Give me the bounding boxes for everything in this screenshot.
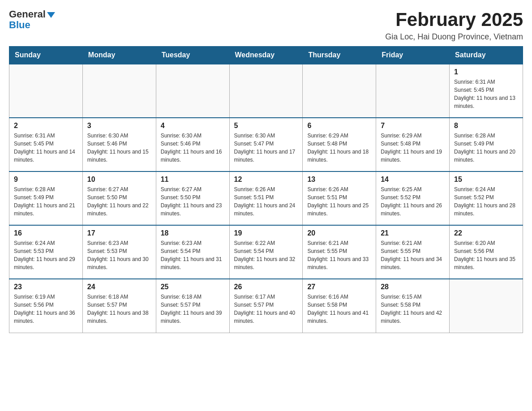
calendar-cell: 15Sunrise: 6:24 AMSunset: 5:52 PMDayligh… [450,171,523,225]
weekday-header-monday: Monday [82,47,156,64]
weekday-header-friday: Friday [376,47,450,64]
calendar-week-3: 9Sunrise: 6:28 AMSunset: 5:49 PMDaylight… [9,171,523,225]
day-number: 6 [307,122,371,130]
weekday-header-saturday: Saturday [450,47,523,64]
logo: General Blue [9,9,55,30]
weekday-header-wednesday: Wednesday [229,47,303,64]
logo-blue: Blue [9,19,30,30]
calendar-cell: 17Sunrise: 6:23 AMSunset: 5:53 PMDayligh… [82,225,156,279]
calendar-cell: 24Sunrise: 6:18 AMSunset: 5:57 PMDayligh… [82,279,156,333]
day-info: Sunrise: 6:17 AMSunset: 5:57 PMDaylight:… [234,293,298,325]
day-info: Sunrise: 6:31 AMSunset: 5:45 PMDaylight:… [454,78,518,110]
day-number: 1 [454,68,518,76]
weekday-header-tuesday: Tuesday [156,47,229,64]
day-number: 13 [307,176,371,184]
calendar-cell [82,64,156,118]
logo-general: General [9,9,46,20]
calendar-cell: 25Sunrise: 6:18 AMSunset: 5:57 PMDayligh… [156,279,229,333]
calendar-week-5: 23Sunrise: 6:19 AMSunset: 5:56 PMDayligh… [9,279,523,333]
day-info: Sunrise: 6:27 AMSunset: 5:50 PMDaylight:… [87,185,151,218]
calendar-cell: 11Sunrise: 6:27 AMSunset: 5:50 PMDayligh… [156,171,229,225]
title-section: February 2025 Gia Loc, Hai Duong Provinc… [385,9,523,42]
calendar-cell: 26Sunrise: 6:17 AMSunset: 5:57 PMDayligh… [229,279,303,333]
calendar-cell: 7Sunrise: 6:29 AMSunset: 5:48 PMDaylight… [376,118,450,171]
day-info: Sunrise: 6:20 AMSunset: 5:56 PMDaylight:… [454,239,518,271]
calendar-cell: 12Sunrise: 6:26 AMSunset: 5:51 PMDayligh… [229,171,303,225]
day-number: 15 [454,176,518,184]
calendar-cell [376,64,450,118]
day-number: 21 [381,229,445,237]
calendar-cell: 14Sunrise: 6:25 AMSunset: 5:52 PMDayligh… [376,171,450,225]
day-number: 7 [381,122,445,130]
calendar-cell [9,64,83,118]
calendar-cell: 16Sunrise: 6:24 AMSunset: 5:53 PMDayligh… [9,225,83,279]
weekday-header-thursday: Thursday [303,47,376,64]
page-header: General Blue February 2025 Gia Loc, Hai … [9,9,523,42]
day-number: 24 [87,283,151,291]
calendar-week-1: 1Sunrise: 6:31 AMSunset: 5:45 PMDaylight… [9,64,523,118]
day-number: 22 [454,229,518,237]
day-number: 26 [234,283,298,291]
calendar-cell: 28Sunrise: 6:15 AMSunset: 5:58 PMDayligh… [376,279,450,333]
day-info: Sunrise: 6:25 AMSunset: 5:52 PMDaylight:… [381,185,445,218]
day-info: Sunrise: 6:16 AMSunset: 5:58 PMDaylight:… [307,293,371,325]
calendar-cell [229,64,303,118]
calendar-cell: 6Sunrise: 6:29 AMSunset: 5:48 PMDaylight… [303,118,376,171]
day-number: 28 [381,283,445,291]
day-info: Sunrise: 6:21 AMSunset: 5:55 PMDaylight:… [307,239,371,271]
location: Gia Loc, Hai Duong Province, Vietnam [385,32,523,42]
day-info: Sunrise: 6:21 AMSunset: 5:55 PMDaylight:… [381,239,445,271]
calendar-cell: 9Sunrise: 6:28 AMSunset: 5:49 PMDaylight… [9,171,83,225]
day-number: 17 [87,229,151,237]
day-number: 9 [14,176,78,184]
day-number: 19 [234,229,298,237]
calendar-cell: 4Sunrise: 6:30 AMSunset: 5:46 PMDaylight… [156,118,229,171]
day-number: 4 [161,122,225,130]
day-info: Sunrise: 6:24 AMSunset: 5:52 PMDaylight:… [454,185,518,218]
day-info: Sunrise: 6:26 AMSunset: 5:51 PMDaylight:… [234,185,298,218]
day-number: 14 [381,176,445,184]
day-number: 16 [14,229,78,237]
day-info: Sunrise: 6:18 AMSunset: 5:57 PMDaylight:… [161,293,225,325]
day-number: 12 [234,176,298,184]
day-number: 10 [87,176,151,184]
calendar-cell: 3Sunrise: 6:30 AMSunset: 5:46 PMDaylight… [82,118,156,171]
calendar-cell: 5Sunrise: 6:30 AMSunset: 5:47 PMDaylight… [229,118,303,171]
calendar-cell: 13Sunrise: 6:26 AMSunset: 5:51 PMDayligh… [303,171,376,225]
calendar-cell [156,64,229,118]
day-info: Sunrise: 6:22 AMSunset: 5:54 PMDaylight:… [234,239,298,271]
day-info: Sunrise: 6:31 AMSunset: 5:45 PMDaylight:… [14,132,78,164]
day-info: Sunrise: 6:30 AMSunset: 5:46 PMDaylight:… [161,132,225,164]
day-number: 3 [87,122,151,130]
calendar-cell: 19Sunrise: 6:22 AMSunset: 5:54 PMDayligh… [229,225,303,279]
calendar-cell: 23Sunrise: 6:19 AMSunset: 5:56 PMDayligh… [9,279,83,333]
day-number: 23 [14,283,78,291]
day-number: 20 [307,229,371,237]
weekday-header-sunday: Sunday [9,47,83,64]
day-info: Sunrise: 6:27 AMSunset: 5:50 PMDaylight:… [161,185,225,218]
day-info: Sunrise: 6:28 AMSunset: 5:49 PMDaylight:… [454,132,518,164]
calendar-cell: 8Sunrise: 6:28 AMSunset: 5:49 PMDaylight… [450,118,523,171]
day-info: Sunrise: 6:23 AMSunset: 5:54 PMDaylight:… [161,239,225,271]
day-number: 2 [14,122,78,130]
calendar-cell [303,64,376,118]
calendar-table: SundayMondayTuesdayWednesdayThursdayFrid… [9,46,523,333]
day-info: Sunrise: 6:18 AMSunset: 5:57 PMDaylight:… [87,293,151,325]
calendar-week-4: 16Sunrise: 6:24 AMSunset: 5:53 PMDayligh… [9,225,523,279]
day-info: Sunrise: 6:23 AMSunset: 5:53 PMDaylight:… [87,239,151,271]
day-number: 25 [161,283,225,291]
day-number: 8 [454,122,518,130]
calendar-cell: 22Sunrise: 6:20 AMSunset: 5:56 PMDayligh… [450,225,523,279]
day-info: Sunrise: 6:29 AMSunset: 5:48 PMDaylight:… [307,132,371,164]
day-number: 18 [161,229,225,237]
day-number: 27 [307,283,371,291]
day-info: Sunrise: 6:19 AMSunset: 5:56 PMDaylight:… [14,293,78,325]
day-info: Sunrise: 6:29 AMSunset: 5:48 PMDaylight:… [381,132,445,164]
day-number: 11 [161,176,225,184]
day-info: Sunrise: 6:15 AMSunset: 5:58 PMDaylight:… [381,293,445,325]
day-info: Sunrise: 6:28 AMSunset: 5:49 PMDaylight:… [14,185,78,218]
day-info: Sunrise: 6:26 AMSunset: 5:51 PMDaylight:… [307,185,371,218]
calendar-cell: 27Sunrise: 6:16 AMSunset: 5:58 PMDayligh… [303,279,376,333]
day-info: Sunrise: 6:30 AMSunset: 5:46 PMDaylight:… [87,132,151,164]
calendar-cell: 20Sunrise: 6:21 AMSunset: 5:55 PMDayligh… [303,225,376,279]
